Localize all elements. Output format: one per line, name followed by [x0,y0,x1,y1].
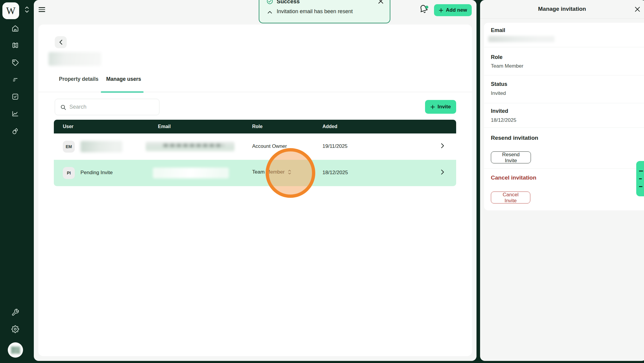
table-header: User Email Role Added [54,120,456,133]
logo-letter: W [6,5,15,16]
email-value-redacted [488,36,555,42]
user-name: Pending Invite [80,170,113,176]
active-tab-underline [101,91,144,93]
user-email-redacted [153,168,229,178]
users-table: User Email Role Added EM Account Owner 1… [54,120,456,186]
org-switcher-icon[interactable] [24,5,30,14]
toast-message: Invitation email has been resent [277,8,353,15]
invite-button[interactable]: Invite [425,100,456,114]
success-toast: Success Invitation email has been resent [259,0,390,23]
plus-icon [430,105,435,109]
notification-badge [425,6,428,9]
search-input[interactable] [69,99,156,115]
status-label: Status [491,81,507,87]
add-new-button[interactable]: Add new [434,4,472,16]
map-fold-icon [11,42,19,49]
home-icon [11,25,19,32]
invited-label: Invited [491,108,508,114]
sidebar-item-properties[interactable] [11,42,19,49]
col-role: Role [252,124,263,129]
search-box [55,99,159,115]
bell-icon [418,3,429,15]
resend-heading: Resend invitation [491,135,538,141]
search-icon [60,104,66,110]
sidebar-item-tools[interactable] [11,309,19,316]
col-added: Added [322,124,337,129]
sidebar-item-analytics[interactable] [11,110,19,118]
sidebar-item-transactions[interactable] [11,76,19,83]
role-dropdown[interactable]: Team Member [252,169,292,175]
panel-close-icon[interactable] [634,6,641,13]
invitation-card: Email Role Team Member Status Invited In… [484,23,644,210]
property-card: Property details Manage users Invite Use… [38,25,472,356]
gear-icon [11,325,19,333]
wrench-icon [11,309,19,316]
plus-icon [439,8,443,13]
property-title-redacted [48,52,101,66]
tab-property-details[interactable]: Property details [59,76,98,84]
user-name-redacted [80,141,122,152]
panel-title: Manage invitation [480,6,644,12]
table-row[interactable]: EM Account Owner 19/11/2025 [54,133,456,160]
avatar-image-blurred [11,347,20,354]
invite-label: Invite [438,104,451,110]
role-label: Role [491,54,503,60]
cancel-invite-button[interactable]: Cancel Invite [491,192,530,203]
checkbox-icon [11,93,19,101]
cancel-heading: Cancel invitation [491,174,536,181]
added-date: 19/11/2025 [322,143,348,149]
check-circle-icon [267,0,273,4]
section-divider [484,47,644,47]
clipped-edge-toast[interactable] [636,161,644,196]
toast-title: Success [277,0,300,5]
sidebar-item-settings[interactable] [11,325,19,333]
menu-toggle-button[interactable] [39,7,45,12]
section-divider [484,168,644,169]
role-value: Team Member [491,63,523,69]
chart-icon [11,110,19,118]
section-divider [484,127,644,128]
resend-invite-button[interactable]: Resend Invite [491,151,531,163]
toast-collapse-icon[interactable] [267,10,272,13]
app-logo[interactable]: W [2,2,19,19]
sidebar-item-home[interactable] [11,25,19,32]
user-avatar[interactable] [8,342,23,358]
main-area: Add new Property details Manage users In… [34,0,476,361]
manage-invitation-panel: Manage invitation Email Role Team Member… [480,0,644,361]
user-email-redacted [146,142,235,151]
add-new-label: Add new [446,7,467,13]
droplets-icon [11,127,19,135]
section-divider [484,75,644,75]
row-chevron-right-icon[interactable] [441,169,444,176]
added-date: 18/12/2025 [322,170,348,176]
panel-divider [480,18,644,19]
toast-close-icon[interactable] [378,0,384,4]
sidebar: W [0,0,34,363]
table-row-highlighted[interactable]: PI Pending Invite Team Member 18/12/2025 [54,160,456,186]
col-user: User [63,124,74,129]
role-value: Account Owner [252,143,287,149]
status-value: Invited [491,90,506,96]
tab-manage-users[interactable]: Manage users [106,76,141,84]
sidebar-item-tags[interactable] [11,59,19,66]
section-divider [484,103,644,103]
row-chevron-right-icon[interactable] [441,143,444,150]
row-avatar: PI [63,167,75,179]
invited-value: 18/12/2025 [491,117,516,123]
sidebar-item-utilities[interactable] [11,127,19,135]
list-lines-icon [11,76,19,83]
select-updown-icon [287,169,292,175]
tag-icon [11,59,19,66]
col-email: Email [158,124,171,129]
sidebar-item-tasks[interactable] [11,93,19,101]
back-button[interactable] [55,36,67,48]
row-avatar: EM [63,141,75,153]
email-label: Email [491,27,505,34]
chevron-left-icon [59,40,63,45]
notifications-button[interactable] [419,4,429,15]
